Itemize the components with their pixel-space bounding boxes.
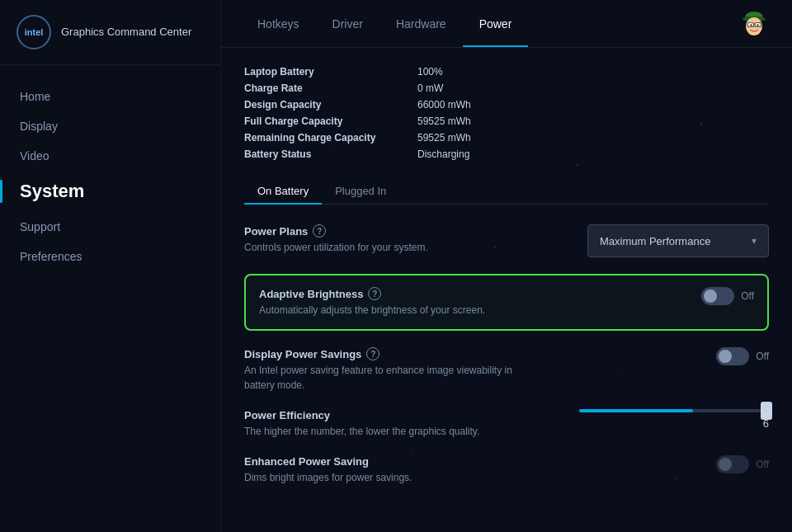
enhanced-power-saving-title: Enhanced Power Saving <box>244 455 716 468</box>
sidebar-item-preferences[interactable]: Preferences <box>0 242 220 271</box>
display-power-savings-info: Display Power Savings ? An Intel power s… <box>244 347 716 393</box>
power-efficiency-row: Power Efficiency The higher the number, … <box>244 409 769 439</box>
power-plans-help-icon[interactable]: ? <box>313 224 326 238</box>
enhanced-power-saving-info: Enhanced Power Saving Dims bright images… <box>244 455 716 485</box>
tab-hotkeys[interactable]: Hotkeys <box>241 0 316 47</box>
tab-driver[interactable]: Driver <box>316 0 380 47</box>
battery-label-0: Laptop Battery <box>244 64 417 79</box>
battery-value-3: 59525 mWh <box>417 114 591 129</box>
enhanced-power-saving-toggle-label: Off <box>756 459 769 470</box>
subtab-plugged-in[interactable]: Plugged In <box>322 178 399 204</box>
battery-label-1: Charge Rate <box>244 81 417 96</box>
battery-info: Laptop Battery 100% Charge Rate 0 mW Des… <box>244 64 591 162</box>
adaptive-brightness-toggle-container: Off <box>701 287 754 305</box>
dropdown-arrow-icon: ▾ <box>752 235 757 247</box>
sidebar-item-video[interactable]: Video <box>0 141 220 171</box>
svg-point-6 <box>750 24 752 26</box>
power-plans-selected: Maximum Performance <box>600 235 710 247</box>
display-power-savings-title: Display Power Savings ? <box>244 347 716 360</box>
intel-logo-icon: intel <box>16 15 51 49</box>
app-title: Graphics Command Center <box>61 26 191 40</box>
sidebar-header: intel Graphics Command Center <box>0 0 220 65</box>
tab-hardware[interactable]: Hardware <box>380 0 463 47</box>
content-area: Laptop Battery 100% Charge Rate 0 mW Des… <box>221 48 792 532</box>
display-power-savings-desc: An Intel power saving feature to enhance… <box>244 363 533 393</box>
power-efficiency-desc: The higher the number, the lower the gra… <box>244 424 533 439</box>
battery-value-0: 100% <box>417 64 591 79</box>
adaptive-brightness-toggle[interactable] <box>701 287 734 305</box>
sidebar: intel Graphics Command Center Home Displ… <box>0 0 221 532</box>
enhanced-power-saving-row: Enhanced Power Saving Dims bright images… <box>244 455 769 485</box>
power-plans-title: Power Plans ? <box>244 224 587 238</box>
tab-power[interactable]: Power <box>463 0 529 47</box>
adaptive-brightness-row: Adaptive Brightness ? Automatically adju… <box>259 287 754 318</box>
sidebar-item-system[interactable]: System <box>0 171 220 212</box>
sidebar-item-support[interactable]: Support <box>0 212 220 242</box>
battery-value-1: 0 mW <box>417 81 591 96</box>
battery-label-2: Design Capacity <box>244 97 417 112</box>
battery-label-3: Full Charge Capacity <box>244 114 417 129</box>
display-power-savings-toggle-container: Off <box>716 347 769 365</box>
enhanced-power-saving-toggle[interactable] <box>716 455 749 473</box>
power-efficiency-slider-track[interactable] <box>579 409 769 412</box>
adaptive-brightness-section: Adaptive Brightness ? Automatically adju… <box>244 274 769 331</box>
battery-value-5: Discharging <box>417 147 591 162</box>
display-power-savings-row: Display Power Savings ? An Intel power s… <box>244 347 769 393</box>
power-efficiency-slider-fill <box>579 409 693 412</box>
power-plans-dropdown[interactable]: Maximum Performance ▾ <box>587 224 769 257</box>
adaptive-brightness-desc: Automatically adjusts the brightness of … <box>259 303 548 318</box>
power-plans-info: Power Plans ? Controls power utilization… <box>244 224 587 255</box>
display-power-savings-toggle[interactable] <box>716 347 749 365</box>
adaptive-brightness-title: Adaptive Brightness ? <box>259 287 701 300</box>
sidebar-nav: Home Display Video System Support Prefer… <box>0 65 220 532</box>
power-efficiency-title: Power Efficiency <box>244 409 571 421</box>
enhanced-power-saving-toggle-container: Off <box>716 455 769 473</box>
battery-label-4: Remaining Charge Capacity <box>244 130 417 145</box>
avatar <box>736 6 772 42</box>
battery-value-4: 59525 mWh <box>417 130 591 145</box>
adaptive-brightness-help-icon[interactable]: ? <box>368 287 381 300</box>
adaptive-brightness-toggle-label: Off <box>741 290 754 302</box>
battery-label-5: Battery Status <box>244 147 417 162</box>
subtab-on-battery[interactable]: On Battery <box>244 178 322 204</box>
power-plans-row: Power Plans ? Controls power utilization… <box>244 224 769 257</box>
power-plans-desc: Controls power utilization for your syst… <box>244 240 533 255</box>
sub-tabs: On Battery Plugged In <box>244 178 769 205</box>
power-efficiency-info: Power Efficiency The higher the number, … <box>244 409 571 439</box>
svg-point-7 <box>757 24 758 26</box>
sidebar-item-display[interactable]: Display <box>0 111 220 141</box>
adaptive-brightness-info: Adaptive Brightness ? Automatically adju… <box>259 287 701 318</box>
power-efficiency-slider-container: 6 <box>571 409 769 430</box>
display-power-savings-toggle-label: Off <box>756 351 769 362</box>
top-nav-tabs: Hotkeys Driver Hardware Power <box>241 0 528 47</box>
sidebar-item-home[interactable]: Home <box>0 82 220 111</box>
battery-value-2: 66000 mWh <box>417 97 591 112</box>
display-power-savings-help-icon[interactable]: ? <box>366 347 380 360</box>
power-efficiency-slider-thumb[interactable] <box>761 402 772 420</box>
enhanced-power-saving-desc: Dims bright images for power savings. <box>244 470 533 485</box>
power-efficiency-value: 6 <box>579 417 769 430</box>
main-content: Hotkeys Driver Hardware Power <box>221 0 792 532</box>
top-nav: Hotkeys Driver Hardware Power <box>221 0 792 48</box>
